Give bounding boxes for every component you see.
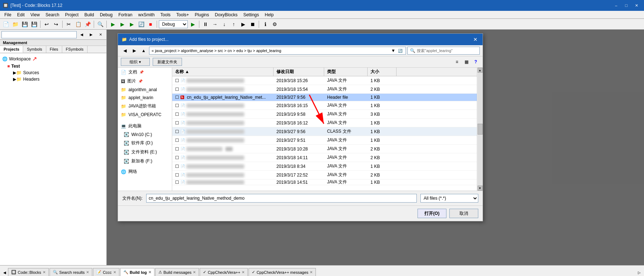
toolbar-buildrun-button[interactable]: ▶ xyxy=(127,20,136,28)
toolbar-debug-next[interactable]: → xyxy=(211,20,219,28)
tab-fsymbols[interactable]: FSymbols xyxy=(62,46,88,53)
filetype-combo[interactable]: All files (*.*) xyxy=(420,194,478,203)
menu-file[interactable]: File xyxy=(1,11,14,18)
file-row-6[interactable]: ☐ 📄 2019/3/27 9:56 CLASS 文件 1 KB xyxy=(172,127,477,136)
menu-build[interactable]: Build xyxy=(81,11,97,18)
toolbar-debug-out[interactable]: ↑ xyxy=(229,20,238,28)
filename-input[interactable] xyxy=(146,194,417,203)
menu-edit[interactable]: Edit xyxy=(14,11,27,18)
file-row-10[interactable]: ☐ 📄 2019/3/18 8:34 JAVA 文件 1 KB xyxy=(172,162,477,171)
file-row-9[interactable]: ☐ 📄 2019/3/18 14:11 JAVA 文件 2 KB xyxy=(172,153,477,162)
tab-symbols[interactable]: Symbols xyxy=(23,46,46,53)
place-computer[interactable]: 💻 此电脑 xyxy=(118,122,172,131)
file-row-2[interactable]: ☐ 📄 2019/3/18 15:54 JAVA 文件 2 KB xyxy=(172,85,477,94)
file-row-1[interactable]: ☐ 📄 2019/3/18 15:26 JAVA 文件 1 KB xyxy=(172,76,477,85)
tree-workspace[interactable]: 🌐 Workspace ↗ xyxy=(1,55,105,63)
menu-project[interactable]: Project xyxy=(62,11,81,18)
toolbar-rebuild-button[interactable]: 🔄 xyxy=(137,20,145,28)
place-e-drive[interactable]: 💽 文件资料 (E:) xyxy=(118,148,172,157)
file-scrollbar[interactable]: ▲ ▼ xyxy=(477,68,483,191)
file-row-8[interactable]: ☐ 📄 2019/3/18 10:28 JAVA 文件 2 KB xyxy=(172,145,477,153)
nav-refresh-button[interactable]: 🔄 xyxy=(397,47,403,54)
toolbar-debug-run[interactable]: ▶ xyxy=(239,20,247,28)
toolbar-debug-end[interactable]: ⏹ xyxy=(248,20,257,28)
menu-view[interactable]: View xyxy=(27,11,43,18)
new-folder-button[interactable]: 新建文件夹 xyxy=(153,58,182,66)
file-row-7[interactable]: ☐ 📄 2019/3/27 9:51 JAVA 文件 1 KB xyxy=(172,136,477,145)
nav-up-button[interactable]: ▲ xyxy=(140,47,148,54)
file-row-4[interactable]: ☐ 📄 2019/3/19 9:58 JAVA 文件 3 KB xyxy=(172,110,477,119)
bottom-tab-cppcheck[interactable]: ✓ CppCheck/Vera++ ✕ xyxy=(200,268,248,276)
menu-search[interactable]: Search xyxy=(43,11,62,18)
toolbar-open-button[interactable]: 📁 xyxy=(11,20,20,28)
panel-search-btn[interactable]: ◀ xyxy=(77,31,86,39)
panel-next-btn[interactable]: ▶ xyxy=(87,31,96,39)
tree-sources[interactable]: ▶ 📁 Sources xyxy=(1,69,105,76)
bottom-tab-buildmsg[interactable]: ⚠ Build messages ✕ xyxy=(155,268,199,276)
nav-back-button[interactable]: ◀ xyxy=(121,47,129,54)
bottom-tab-cccc[interactable]: 📝 Cccc ✕ xyxy=(93,268,119,276)
dialog-close-button[interactable]: ✕ xyxy=(472,36,479,43)
cppcheck-msg-tab-close[interactable]: ✕ xyxy=(310,270,313,274)
toolbar-save-button[interactable]: 💾 xyxy=(20,20,29,28)
toolbar-pref-button[interactable]: ⚙ xyxy=(270,20,279,28)
cccc-tab-close[interactable]: ✕ xyxy=(113,270,116,274)
scroll-up-btn[interactable]: ▲ xyxy=(478,68,483,73)
bottom-tab-cppcheck-msg[interactable]: ✓ CppCheck/Vera++ messages ✕ xyxy=(249,268,316,276)
menu-settings[interactable]: Settings xyxy=(240,11,262,18)
toolbar-info-button[interactable]: ℹ xyxy=(261,20,270,28)
place-visa[interactable]: 📁 VISA_OPERATC xyxy=(118,111,172,119)
place-d-drive[interactable]: 💽 软件库 (D:) xyxy=(118,139,172,148)
file-row-3[interactable]: ☐ 📄 2019/3/18 16:15 JAVA 文件 1 KB xyxy=(172,101,477,110)
toolbar-stop-button[interactable]: ■ xyxy=(146,20,155,28)
bottom-tab-codeblocks[interactable]: 🔲 Code::Blocks ✕ xyxy=(8,268,49,276)
nav-forward-button[interactable]: ▶ xyxy=(130,47,138,54)
menu-tools-plus[interactable]: Tools+ xyxy=(173,11,192,18)
cppcheck-tab-close[interactable]: ✕ xyxy=(242,270,245,274)
menu-doxyblocks[interactable]: DoxyBlocks xyxy=(212,11,241,18)
place-f-drive[interactable]: 💽 新加卷 (F:) xyxy=(118,157,172,166)
minimize-button[interactable]: – xyxy=(611,2,621,9)
col-type-header[interactable]: 类型 xyxy=(324,68,368,76)
panel-search-input[interactable] xyxy=(1,31,77,38)
open-button[interactable]: 打开(O) xyxy=(418,209,446,218)
view-help-button[interactable]: ? xyxy=(472,58,480,65)
breadcrumb[interactable]: « java_project > algorithm_analyse > src… xyxy=(149,47,406,55)
window-close-button[interactable]: ✕ xyxy=(632,2,641,9)
menu-fortran[interactable]: Fortran xyxy=(115,11,135,18)
view-list-button[interactable]: ≡ xyxy=(453,58,461,65)
place-algo[interactable]: 📁 algorithm_anal xyxy=(118,86,172,94)
toolbar-debug-stop[interactable]: ⏸ xyxy=(201,20,210,28)
scroll-down-btn[interactable]: ▼ xyxy=(478,186,483,191)
toolbar-run-button[interactable]: ▶ xyxy=(118,20,127,28)
toolbar-redo-button[interactable]: ↪ xyxy=(52,20,60,28)
file-row-5[interactable]: ☐ 📄 2019/3/18 16:12 JAVA 文件 1 KB xyxy=(172,119,477,127)
panel-close-btn[interactable]: ✕ xyxy=(96,31,105,39)
cancel-button[interactable]: 取消 xyxy=(449,209,478,218)
search-bar[interactable]: 🔍 搜索"applet_learing" xyxy=(407,47,480,55)
menu-plugins[interactable]: Plugins xyxy=(192,11,212,18)
menu-debug[interactable]: Debug xyxy=(97,11,115,18)
tree-headers[interactable]: ▶ 📁 Headers xyxy=(1,76,105,82)
toolbar-undo-button[interactable]: ↩ xyxy=(42,20,51,28)
search-tab-close[interactable]: ✕ xyxy=(86,270,89,274)
view-icon-button[interactable]: ▦ xyxy=(462,58,470,65)
place-c-drive[interactable]: 💽 Win10 (C:) xyxy=(118,131,172,139)
bottom-scroll-right[interactable]: ▷ xyxy=(636,269,643,276)
toolbar-debug-step[interactable]: ↓ xyxy=(220,20,229,28)
tab-files[interactable]: Files xyxy=(46,46,62,53)
place-applet[interactable]: 📁 applet_learin xyxy=(118,94,172,102)
file-row-12[interactable]: ☐ 📄 2019/3/18 14:51 JAVA 文件 1 KB xyxy=(172,179,477,185)
toolbar-cut-button[interactable]: ✂ xyxy=(64,20,73,28)
menu-tools[interactable]: Tools xyxy=(157,11,173,18)
place-docs[interactable]: 📄 文档 📌 xyxy=(118,68,172,77)
debug-config-combo[interactable]: Debug Release xyxy=(159,20,188,28)
file-row-11[interactable]: ☐ 📄 2019/3/17 22:52 JAVA 文件 2 KB xyxy=(172,171,477,179)
scroll-thumb[interactable] xyxy=(478,124,483,135)
toolbar-new-button[interactable]: 📄 xyxy=(1,20,10,28)
bottom-tab-buildlog[interactable]: 🔨 Build log ✕ xyxy=(120,268,154,276)
bottom-scroll-left[interactable]: ◀ xyxy=(1,269,8,276)
menu-help[interactable]: Help xyxy=(262,11,277,18)
toolbar-paste-button[interactable]: 📌 xyxy=(83,20,92,28)
col-size-header[interactable]: 大小 xyxy=(368,68,397,76)
